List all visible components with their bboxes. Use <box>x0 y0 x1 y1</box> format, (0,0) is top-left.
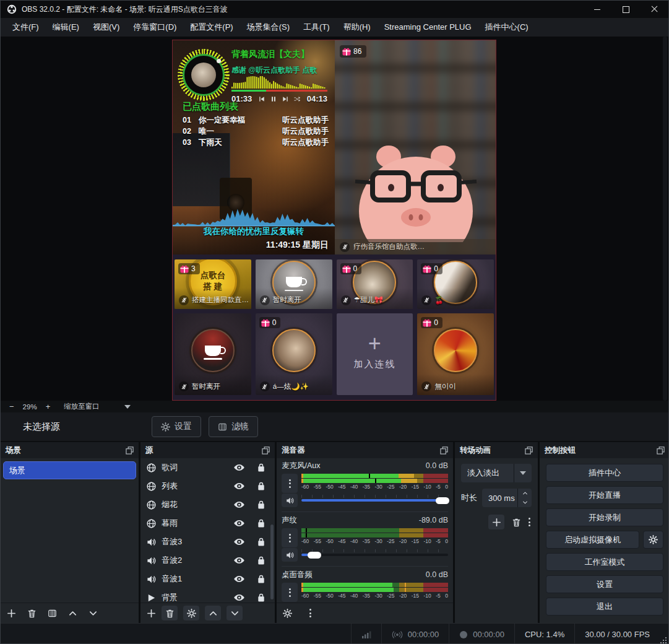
source-row[interactable]: 暮雨 <box>140 514 275 533</box>
transition-select[interactable]: 淡入淡出 <box>461 464 532 482</box>
advanced-audio-button[interactable] <box>283 609 292 618</box>
exit-button[interactable]: 退出 <box>546 598 663 616</box>
source-properties-button[interactable] <box>183 606 199 620</box>
source-row[interactable]: 歌词 <box>140 458 275 477</box>
menu-edit[interactable]: 编辑(E) <box>46 18 86 37</box>
menu-tools[interactable]: 工具(T) <box>296 18 337 37</box>
source-row[interactable]: 烟花 <box>140 495 275 514</box>
visibility-eye-icon[interactable] <box>234 594 244 601</box>
channel-options-button[interactable] <box>282 528 298 547</box>
scene-move-up-button[interactable] <box>68 609 77 618</box>
lock-icon[interactable] <box>257 556 265 565</box>
lock-icon[interactable] <box>257 500 265 509</box>
source-properties-button[interactable]: 设置 <box>152 416 201 437</box>
menu-docks[interactable]: 停靠窗口(D) <box>126 18 183 37</box>
zoom-in-button[interactable]: + <box>46 402 51 411</box>
resize-grip[interactable] <box>660 637 667 643</box>
menu-streaming-center[interactable]: Streaming Center PLUG <box>378 18 478 37</box>
mute-button[interactable] <box>282 548 298 562</box>
channel-name: 麦克风/Aux <box>282 461 321 471</box>
popout-icon[interactable] <box>525 446 533 455</box>
plugin-center-button[interactable]: 插件中心 <box>546 464 663 482</box>
stream-timer: 00:00:00 <box>381 624 449 644</box>
song-player-scene: 背着风流泪【文夫】 感谢 @听云点歌助手 点歌 01:33 04:13 <box>173 40 335 255</box>
menu-scene-collection[interactable]: 场景集合(S) <box>240 18 296 37</box>
mute-button[interactable] <box>282 494 298 507</box>
browser-source-icon <box>147 500 156 510</box>
program-canvas[interactable]: 背着风流泪【文夫】 感谢 @听云点歌助手 点歌 01:33 04:13 <box>173 40 496 400</box>
visibility-eye-icon[interactable] <box>234 575 244 583</box>
source-row[interactable]: 音波2 <box>140 551 275 570</box>
scenes-dock-header[interactable]: 场景 <box>1 442 139 458</box>
transitions-dock-header[interactable]: 转场动画 <box>455 442 538 458</box>
visibility-eye-icon[interactable] <box>234 482 244 490</box>
chevron-down-icon <box>514 464 532 482</box>
menu-plugin-center[interactable]: 插件中心(C) <box>478 18 535 37</box>
scene-move-down-button[interactable] <box>88 609 98 618</box>
source-row[interactable]: 音波1 <box>140 570 275 588</box>
source-move-down-button[interactable] <box>227 606 243 620</box>
popout-icon[interactable] <box>657 446 665 455</box>
source-row[interactable]: 列表 <box>140 477 275 495</box>
preview-area[interactable]: 背着风流泪【文夫】 感谢 @听云点歌助手 点歌 01:33 04:13 <box>1 37 668 401</box>
fit-to-window-label[interactable]: 缩放至窗口 <box>64 402 100 411</box>
zoom-dropdown-arrow-icon[interactable] <box>124 405 131 409</box>
volume-slider[interactable] <box>301 548 448 562</box>
duration-input[interactable]: 300 ms <box>482 489 532 507</box>
mixer-options-button[interactable] <box>309 609 311 617</box>
visibility-eye-icon[interactable] <box>234 557 244 564</box>
popout-icon[interactable] <box>262 446 270 455</box>
start-streaming-button[interactable]: 开始直播 <box>546 486 663 504</box>
menu-profile[interactable]: 配置文件(P) <box>183 18 240 37</box>
add-scene-button[interactable] <box>7 609 16 618</box>
channel-options-button[interactable] <box>282 474 298 493</box>
sources-dock-header[interactable]: 源 <box>140 442 275 458</box>
channel-options-button[interactable] <box>282 583 298 602</box>
minimize-button[interactable] <box>583 1 611 18</box>
remove-scene-button[interactable] <box>27 609 37 618</box>
source-move-up-button[interactable] <box>205 606 221 620</box>
popout-icon[interactable] <box>126 446 134 455</box>
scene-filters-button[interactable] <box>48 609 57 618</box>
duration-down-button[interactable] <box>518 498 532 507</box>
start-recording-button[interactable]: 开始录制 <box>546 508 663 526</box>
zoom-level: 29% <box>23 403 37 411</box>
titlebar: OBS 32.0.2 - 配置文件: 未命名 - 场景: 听云通用S点歌台三音波 <box>1 1 668 18</box>
transition-options-button[interactable] <box>529 518 530 526</box>
visibility-eye-icon[interactable] <box>234 464 244 471</box>
source-row[interactable]: 背景 <box>140 588 275 603</box>
add-transition-button[interactable] <box>488 515 504 529</box>
visibility-eye-icon[interactable] <box>234 520 244 527</box>
lock-icon[interactable] <box>257 593 265 602</box>
source-filters-button[interactable]: 滤镜 <box>209 416 258 437</box>
close-button[interactable] <box>640 1 668 18</box>
settings-button[interactable]: 设置 <box>546 575 663 593</box>
volume-slider[interactable] <box>301 494 448 507</box>
lock-icon[interactable] <box>257 519 265 528</box>
visibility-eye-icon[interactable] <box>234 501 244 508</box>
zoom-out-button[interactable]: − <box>9 402 14 411</box>
preview-scrollbar[interactable] <box>663 37 667 401</box>
menu-view[interactable]: 视图(V) <box>86 18 126 37</box>
visibility-eye-icon[interactable] <box>234 538 244 546</box>
add-source-button[interactable] <box>147 609 156 618</box>
scene-list-item-selected[interactable]: 场景 <box>3 461 136 479</box>
start-virtual-camera-button[interactable]: 启动虚拟摄像机 <box>546 531 639 549</box>
studio-mode-button[interactable]: 工作室模式 <box>546 553 663 571</box>
remove-source-button[interactable] <box>162 606 178 620</box>
remove-transition-button[interactable] <box>512 518 521 527</box>
sources-scrollbar[interactable] <box>269 458 274 603</box>
virtual-camera-settings-button[interactable] <box>643 531 663 549</box>
source-row[interactable]: 音波3 <box>140 533 275 551</box>
menu-file[interactable]: 文件(F) <box>6 18 46 37</box>
lock-icon[interactable] <box>257 575 265 583</box>
lock-icon[interactable] <box>257 537 265 546</box>
lock-icon[interactable] <box>257 463 265 472</box>
maximize-button[interactable] <box>611 1 640 18</box>
mixer-dock-header[interactable]: 混音器 <box>277 442 453 458</box>
duration-up-button[interactable] <box>518 489 532 498</box>
menu-help[interactable]: 帮助(H) <box>337 18 378 37</box>
popout-icon[interactable] <box>440 446 448 455</box>
controls-dock-header[interactable]: 控制按钮 <box>540 442 669 458</box>
lock-icon[interactable] <box>257 482 265 490</box>
